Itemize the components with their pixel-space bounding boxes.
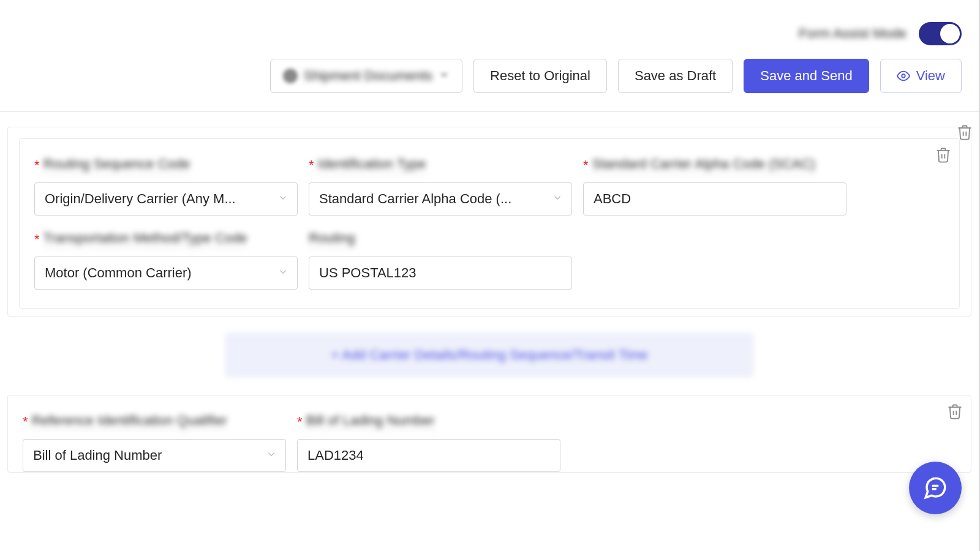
chevron-down-icon	[439, 68, 450, 84]
field-label: Routing Sequence Code	[43, 156, 190, 174]
add-carrier-button[interactable]: + Add Carrier Details/Routing Sequence/T…	[226, 334, 753, 377]
field-label: Bill of Lading Number	[306, 413, 435, 430]
carrier-section-outer: *Routing Sequence Code Origin/Delivery C…	[7, 127, 971, 317]
reset-button[interactable]: Reset to Original	[473, 59, 607, 93]
identification-type-select[interactable]: Standard Carrier Alpha Code (...	[309, 182, 572, 216]
field-label: Reference Identification Qualifier	[32, 413, 227, 430]
save-draft-button[interactable]: Save as Draft	[618, 59, 733, 93]
required-indicator: *	[583, 159, 589, 172]
field-label: Routing	[309, 230, 355, 248]
routing-input[interactable]	[309, 257, 572, 290]
svg-point-0	[902, 74, 905, 78]
toggle-label: Form Assist Mode	[799, 26, 907, 42]
shipment-documents-label: Shipment Documents	[304, 68, 432, 84]
divider	[0, 111, 979, 112]
required-indicator: *	[297, 415, 303, 429]
add-button-label: + Add Carrier Details/Routing Sequence/T…	[331, 347, 647, 363]
field-label: Identification Type	[318, 156, 426, 174]
gear-icon	[283, 69, 298, 83]
required-indicator: *	[23, 415, 28, 429]
routing-field: Routing	[309, 230, 572, 290]
trash-icon	[946, 403, 963, 420]
save-send-button[interactable]: Save and Send	[744, 59, 869, 93]
shipment-documents-button[interactable]: Shipment Documents	[270, 59, 462, 93]
bill-of-lading-field: *Bill of Lading Number	[297, 413, 560, 472]
bill-of-lading-input[interactable]	[297, 439, 560, 472]
select-value: Origin/Delivery Carrier (Any M...	[45, 191, 236, 207]
chevron-down-icon	[277, 191, 288, 207]
view-label: View	[916, 68, 945, 84]
view-button[interactable]: View	[880, 59, 962, 93]
delete-reference-button[interactable]	[946, 403, 963, 422]
required-indicator: *	[309, 159, 314, 172]
select-value: Standard Carrier Alpha Code (...	[319, 191, 511, 207]
transportation-method-select[interactable]: Motor (Common Carrier)	[34, 257, 298, 290]
carrier-section-inner: *Routing Sequence Code Origin/Delivery C…	[19, 138, 960, 309]
form-assist-toggle[interactable]	[919, 22, 962, 45]
required-indicator: *	[34, 233, 40, 246]
identification-type-field: *Identification Type Standard Carrier Al…	[309, 156, 572, 216]
reference-section: *Reference Identification Qualifier Bill…	[7, 395, 971, 473]
reference-qualifier-select[interactable]: Bill of Lading Number	[23, 439, 286, 472]
scac-input[interactable]	[583, 182, 846, 216]
routing-sequence-select[interactable]: Origin/Delivery Carrier (Any M...	[34, 182, 298, 216]
chevron-down-icon	[552, 191, 563, 207]
field-label: Standard Carrier Alpha Code (SCAC)	[592, 156, 815, 174]
scac-field: *Standard Carrier Alpha Code (SCAC)	[583, 156, 846, 216]
chevron-down-icon	[277, 265, 288, 281]
routing-sequence-field: *Routing Sequence Code Origin/Delivery C…	[34, 156, 298, 216]
field-label: Transportation Method/Type Code	[43, 230, 247, 248]
reference-qualifier-field: *Reference Identification Qualifier Bill…	[23, 413, 286, 472]
toggle-knob	[940, 24, 960, 43]
select-value: Bill of Lading Number	[33, 448, 162, 463]
delete-inner-button[interactable]	[935, 146, 952, 166]
select-value: Motor (Common Carrier)	[45, 265, 192, 281]
chat-icon	[922, 475, 948, 501]
chevron-down-icon	[266, 448, 277, 463]
eye-icon	[897, 69, 910, 83]
chat-fab[interactable]	[909, 462, 962, 514]
trash-icon	[935, 146, 952, 163]
required-indicator: *	[34, 159, 40, 172]
transportation-method-field: *Transportation Method/Type Code Motor (…	[34, 230, 298, 290]
